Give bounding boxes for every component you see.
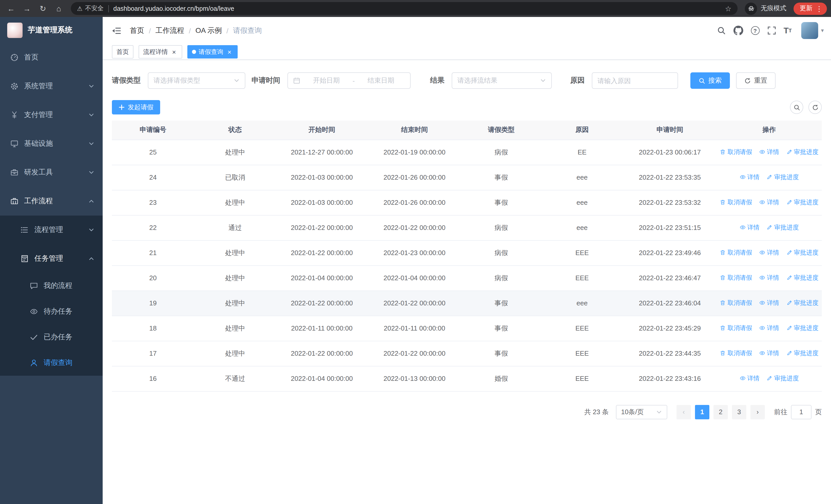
detail-link[interactable]: 详情 [759,148,779,156]
page-button-1[interactable]: 1 [695,405,709,419]
security-warning[interactable]: ⚠ 不安全 [77,4,104,13]
chat-icon [30,282,38,290]
eye-icon [759,275,765,281]
cell-status: 处理中 [194,341,276,366]
close-icon[interactable]: × [170,48,178,55]
detail-link[interactable]: 详情 [739,173,760,182]
sidebar-item-home[interactable]: 首页 [0,43,103,72]
task-icon [21,255,29,263]
approval-progress-link[interactable]: 审批进度 [767,223,799,232]
github-icon[interactable] [733,26,743,35]
start-date-placeholder[interactable]: 开始日期 [302,76,350,85]
approval-progress-link[interactable]: 审批进度 [767,173,799,182]
approval-progress-link[interactable]: 审批进度 [786,198,819,207]
approval-progress-link[interactable]: 审批进度 [786,299,819,307]
sidebar-item-my-processes[interactable]: 我的流程 [0,273,103,299]
sidebar-item-task-management[interactable]: 任务管理 [0,244,103,273]
page-button-2[interactable]: 2 [713,405,728,419]
end-date-placeholder[interactable]: 结束日期 [357,76,405,85]
leave-type-label: 请假类型 [112,76,141,85]
detail-link[interactable]: 详情 [759,198,779,207]
user-avatar[interactable]: ▾ [801,22,824,39]
approval-progress-link[interactable]: 审批进度 [786,248,819,257]
eye-icon [759,250,765,256]
result-select[interactable]: 请选择流结果 [452,72,552,89]
approval-progress-link[interactable]: 审批进度 [767,374,799,383]
breadcrumb-item[interactable]: OA 示例 [196,26,222,35]
trash-icon [720,149,726,155]
create-leave-button[interactable]: 发起请假 [112,100,160,114]
sidebar-item-leave-query[interactable]: 请假查询 [0,350,103,376]
cancel-leave-link[interactable]: 取消请假 [720,324,752,333]
cancel-leave-link[interactable]: 取消请假 [720,349,752,358]
detail-link[interactable]: 详情 [739,223,760,232]
browser-reload-button[interactable]: ↻ [36,2,50,16]
sidebar-item-dev-tools[interactable]: 研发工具 [0,158,103,187]
detail-link[interactable]: 详情 [759,248,779,257]
sidebar-item-done-tasks[interactable]: 已办任务 [0,324,103,350]
sidebar-item-payment-management[interactable]: 支付管理 [0,100,103,129]
breadcrumb-item[interactable]: 首页 [130,26,144,35]
close-icon[interactable]: × [226,48,233,55]
toggle-search-button[interactable] [790,100,803,114]
cell-actions: 详情 审批进度 [717,165,822,190]
pagination: 共 23 条 10条/页 ‹ 123 › 前往 页 [112,405,822,435]
menu-kebab-icon[interactable]: ⋮ [815,4,823,12]
search-button[interactable]: 搜索 [690,72,730,89]
cancel-leave-link[interactable]: 取消请假 [720,248,752,257]
detail-link[interactable]: 详情 [759,299,779,307]
apply-time-range[interactable]: 开始日期 - 结束日期 [287,72,411,89]
approval-progress-link[interactable]: 审批进度 [786,324,819,333]
tab-首页[interactable]: 首页 [112,45,134,59]
cell-actions: 取消请假 详情 审批进度 [717,341,822,366]
tab-流程详情[interactable]: 流程详情 × [139,45,182,59]
refresh-table-button[interactable] [808,100,822,114]
user-icon [30,359,38,367]
sidebar-item-process-management[interactable]: 流程管理 [0,215,103,244]
cell-start-time: 2022-01-22 00:00:00 [276,291,368,316]
reset-button[interactable]: 重置 [736,72,776,89]
sidebar-item-workflow[interactable]: 工作流程 [0,187,103,215]
cancel-leave-link[interactable]: 取消请假 [720,299,752,307]
sidebar-item-todo-tasks[interactable]: 待办任务 [0,299,103,324]
breadcrumb-item[interactable]: 工作流程 [155,26,184,35]
detail-link[interactable]: 详情 [739,374,760,383]
cell-id: 23 [112,190,194,215]
page-size-select[interactable]: 10条/页 [616,405,667,419]
sidebar-item-system-management[interactable]: 系统管理 [0,72,103,100]
bookmark-star-icon[interactable]: ☆ [725,4,732,12]
detail-link[interactable]: 详情 [759,349,779,358]
browser-home-button[interactable]: ⌂ [52,2,66,16]
cell-end-time: 2022-01-11 00:00:00 [368,316,461,341]
warning-icon: ⚠ [77,5,83,12]
approval-progress-link[interactable]: 审批进度 [786,349,819,358]
cancel-leave-link[interactable]: 取消请假 [720,273,752,282]
sidebar-item-infrastructure[interactable]: 基础设施 [0,129,103,158]
goto-page-input[interactable] [791,405,811,419]
help-icon[interactable]: ? [751,26,760,35]
reason-input[interactable] [592,73,678,88]
browser-forward-button[interactable]: → [20,2,34,16]
browser-back-button[interactable]: ← [4,2,18,16]
url-bar[interactable]: ⚠ 不安全 dashboard.yudao.iocoder.cn/bpm/oa/… [71,2,738,15]
breadcrumb-separator: / [226,26,228,35]
search-icon[interactable] [717,26,725,35]
prev-page-button[interactable]: ‹ [677,405,691,419]
cancel-leave-link[interactable]: 取消请假 [720,148,752,156]
next-page-button[interactable]: › [750,405,765,419]
detail-link[interactable]: 详情 [759,273,779,282]
approval-progress-link[interactable]: 审批进度 [786,273,819,282]
logo[interactable]: 芋道管理系统 [0,17,103,43]
sidebar-collapse-button[interactable] [110,25,122,36]
leave-type-select[interactable]: 请选择请假类型 [148,72,245,89]
update-button[interactable]: 更新 ⋮ [794,2,827,14]
page-button-3[interactable]: 3 [732,405,746,419]
monitor-icon [10,140,19,148]
cancel-leave-link[interactable]: 取消请假 [720,198,752,207]
approval-progress-link[interactable]: 审批进度 [786,148,819,156]
fullscreen-icon[interactable] [767,26,776,35]
tab-请假查询[interactable]: 请假查询 × [188,45,238,59]
detail-link[interactable]: 详情 [759,324,779,333]
cell-leave-type: 事假 [461,316,541,341]
font-size-icon[interactable]: TT [783,26,792,35]
